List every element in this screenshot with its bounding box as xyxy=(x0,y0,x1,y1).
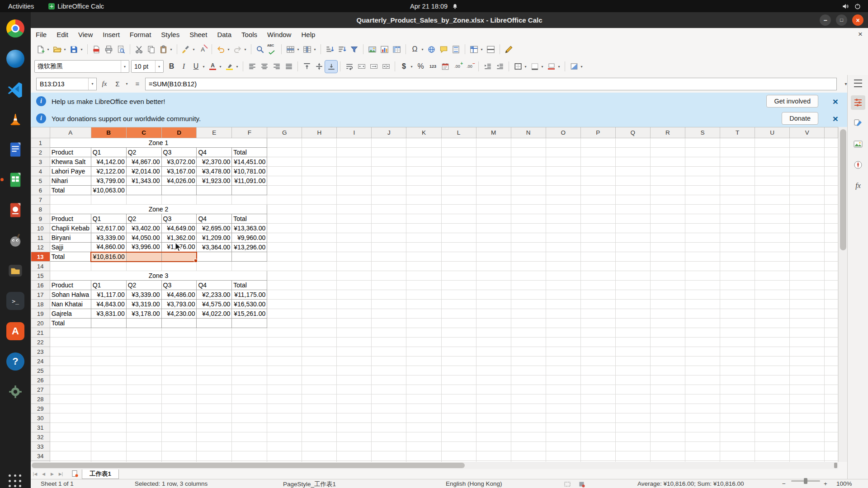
cell-R9[interactable] xyxy=(650,214,685,224)
print-preview-button[interactable] xyxy=(115,43,127,56)
cell-J11[interactable] xyxy=(372,233,406,243)
cell-partial-6[interactable] xyxy=(825,186,838,195)
row-header-18[interactable]: 18 xyxy=(31,300,50,309)
cell-D11[interactable]: ¥1,362.00 xyxy=(161,233,197,243)
cell-O4[interactable] xyxy=(546,167,580,176)
cell-H7[interactable] xyxy=(302,195,337,205)
cell-partial-7[interactable] xyxy=(825,195,838,205)
cell-B3[interactable]: ¥4,142.00 xyxy=(91,157,126,167)
cell-C4[interactable]: ¥2,014.00 xyxy=(126,167,161,176)
cell-O1[interactable] xyxy=(546,138,580,148)
cell-M25[interactable] xyxy=(476,366,511,375)
cell-D26[interactable] xyxy=(161,375,197,385)
cell-N13[interactable] xyxy=(511,252,546,262)
cell-B4[interactable]: ¥2,122.00 xyxy=(91,167,126,176)
cell-N1[interactable] xyxy=(511,138,546,148)
export-pdf-button[interactable] xyxy=(90,43,103,56)
cell-M26[interactable] xyxy=(476,375,511,385)
row-header-31[interactable]: 31 xyxy=(31,423,50,432)
cell-D28[interactable] xyxy=(161,394,197,404)
cell-N18[interactable] xyxy=(511,300,546,309)
cell-S31[interactable] xyxy=(685,423,720,432)
cell-A17[interactable]: Sohan Halwa xyxy=(50,290,91,300)
cell-partial-20[interactable] xyxy=(825,319,838,328)
cell-G7[interactable] xyxy=(267,195,302,205)
cell-J7[interactable] xyxy=(372,195,406,205)
cell-K25[interactable] xyxy=(406,366,441,375)
cell-G17[interactable] xyxy=(267,290,302,300)
cell-T16[interactable] xyxy=(720,281,755,290)
format-number-button[interactable]: 123 xyxy=(427,61,439,73)
cell-R14[interactable] xyxy=(650,262,685,271)
cell-H22[interactable] xyxy=(302,338,337,347)
cell-I33[interactable] xyxy=(337,442,372,451)
cell-V14[interactable] xyxy=(790,262,825,271)
cell-S7[interactable] xyxy=(685,195,720,205)
cell-R7[interactable] xyxy=(650,195,685,205)
cell-P18[interactable] xyxy=(580,300,615,309)
cell-partial-2[interactable] xyxy=(825,148,838,157)
cell-D12[interactable]: ¥1,076.00 xyxy=(161,243,197,252)
cell-T20[interactable] xyxy=(720,319,755,328)
row-header-6[interactable]: 6 xyxy=(31,186,50,195)
cell-J33[interactable] xyxy=(372,442,406,451)
cell-B31[interactable] xyxy=(91,423,126,432)
activities-button[interactable]: Activities xyxy=(0,0,42,12)
cell-F19[interactable]: ¥15,261.00 xyxy=(232,309,267,319)
zoom-level[interactable]: 100% xyxy=(836,480,852,487)
cell-G12[interactable] xyxy=(267,243,302,252)
cell-M7[interactable] xyxy=(476,195,511,205)
copy-button[interactable] xyxy=(145,43,157,56)
cell-C6[interactable] xyxy=(126,186,161,195)
properties-deck-icon[interactable] xyxy=(851,95,865,110)
cell-M33[interactable] xyxy=(476,442,511,451)
cell-U4[interactable] xyxy=(755,167,790,176)
cell-M32[interactable] xyxy=(476,432,511,442)
cell-N4[interactable] xyxy=(511,167,546,176)
thunderbird-icon[interactable] xyxy=(5,48,26,70)
cell-N10[interactable] xyxy=(511,224,546,233)
cell-Q34[interactable] xyxy=(615,451,650,461)
clone-formatting-button[interactable] xyxy=(180,43,192,56)
cell-partial-23[interactable] xyxy=(825,347,838,357)
cell-E26[interactable] xyxy=(197,375,232,385)
cell-A19[interactable]: Gajrela xyxy=(50,309,91,319)
cell-N12[interactable] xyxy=(511,243,546,252)
align-top-button[interactable] xyxy=(301,61,313,73)
cell-A21[interactable] xyxy=(50,328,91,338)
cell-B16[interactable]: Q1 xyxy=(91,281,126,290)
cell-U28[interactable] xyxy=(755,394,790,404)
cell-A20[interactable]: Total xyxy=(50,319,91,328)
cell-L14[interactable] xyxy=(441,262,476,271)
cell-A4[interactable]: Lahori Paye xyxy=(50,167,91,176)
cell-N29[interactable] xyxy=(511,404,546,413)
cell-S33[interactable] xyxy=(685,442,720,451)
cell-I19[interactable] xyxy=(337,309,372,319)
menu-data[interactable]: Data xyxy=(212,28,236,41)
cell-G23[interactable] xyxy=(267,347,302,357)
cell-S15[interactable] xyxy=(685,271,720,281)
cell-B26[interactable] xyxy=(91,375,126,385)
cell-G24[interactable] xyxy=(267,357,302,366)
page-style[interactable]: PageStyle_工作表1 xyxy=(283,480,336,488)
cell-P14[interactable] xyxy=(580,262,615,271)
first-sheet-icon[interactable]: |◀ xyxy=(31,472,39,476)
cell-R10[interactable] xyxy=(650,224,685,233)
cell-F22[interactable] xyxy=(232,338,267,347)
cell-partial-16[interactable] xyxy=(825,281,838,290)
cell-B20[interactable] xyxy=(91,319,126,328)
functions-deck-icon[interactable]: fx xyxy=(851,178,865,193)
cell-F34[interactable] xyxy=(232,451,267,461)
cell-T24[interactable] xyxy=(720,357,755,366)
menu-edit[interactable]: Edit xyxy=(52,28,73,41)
cell-P9[interactable] xyxy=(580,214,615,224)
row-header-1[interactable]: 1 xyxy=(31,138,50,148)
cell-G34[interactable] xyxy=(267,451,302,461)
cell-B24[interactable] xyxy=(91,357,126,366)
cell-I29[interactable] xyxy=(337,404,372,413)
cell-N32[interactable] xyxy=(511,432,546,442)
cell-G10[interactable] xyxy=(267,224,302,233)
cell-M31[interactable] xyxy=(476,423,511,432)
column-button[interactable] xyxy=(301,43,313,56)
cell-K2[interactable] xyxy=(406,148,441,157)
